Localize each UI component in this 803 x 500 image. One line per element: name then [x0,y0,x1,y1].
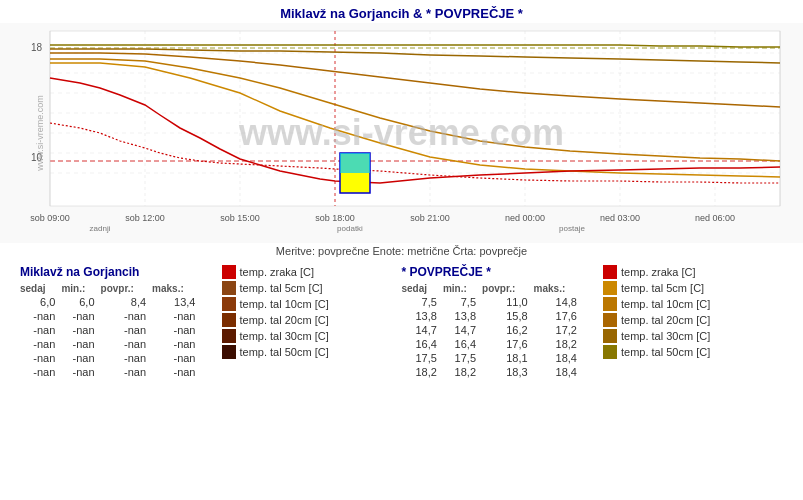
legend-color-box [603,313,617,327]
table-cell: 14,7 [443,323,482,337]
table-cell: 6,0 [61,295,100,309]
table-cell: -nan [101,323,153,337]
legend-label: temp. zraka [C] [621,266,696,278]
table-row: 16,416,417,618,2 [402,337,584,351]
chart-area: www.si-vreme.com 18 10 sob 09:00 sob 12:… [0,23,803,243]
svg-text:ned 00:00: ned 00:00 [505,213,545,223]
table-cell: -nan [61,351,100,365]
col-header-povpr-1: povpr.: [101,282,153,295]
table-cell: -nan [152,365,201,379]
legend-label: temp. tal 10cm [C] [621,298,710,310]
svg-rect-34 [340,153,370,173]
col-header-povpr-2: povpr.: [482,282,534,295]
table-cell: -nan [20,337,61,351]
table-cell: -nan [101,365,153,379]
table-cell: 16,4 [402,337,443,351]
table-cell: -nan [152,323,201,337]
legend-color-box [222,329,236,343]
table-cell: 18,4 [534,351,583,365]
data-block-1: Miklavž na Gorjancih sedaj min.: povpr.:… [20,265,202,379]
table-cell: 18,2 [443,365,482,379]
legend-color-box [603,345,617,359]
svg-text:18: 18 [31,42,43,53]
legend-label: temp. tal 50cm [C] [240,346,329,358]
table-cell: -nan [101,309,153,323]
legend-label: temp. zraka [C] [240,266,315,278]
table-cell: 18,3 [482,365,534,379]
block1-title: Miklavž na Gorjancih [20,265,202,279]
table-row: -nan-nan-nan-nan [20,365,202,379]
table-row: 18,218,218,318,4 [402,365,584,379]
svg-text:sob 12:00: sob 12:00 [125,213,165,223]
block2-title: * POVPREČJE * [402,265,584,279]
svg-text:sob 18:00: sob 18:00 [315,213,355,223]
legend-label: temp. tal 30cm [C] [240,330,329,342]
legend-item: temp. zraka [C] [222,265,402,279]
legend-label: temp. tal 10cm [C] [240,298,329,310]
table-cell: 17,5 [402,351,443,365]
legend-section-2: temp. zraka [C]temp. tal 5cm [C]temp. ta… [583,265,783,379]
table-cell: -nan [101,351,153,365]
legend-item: temp. tal 20cm [C] [222,313,402,327]
legend-color-box [603,297,617,311]
table-cell: 11,0 [482,295,534,309]
table-cell: 13,8 [443,309,482,323]
table-row: -nan-nan-nan-nan [20,337,202,351]
table-cell: 18,2 [534,337,583,351]
legend-section-1: temp. zraka [C]temp. tal 5cm [C]temp. ta… [202,265,402,379]
table-cell: -nan [20,365,61,379]
table-cell: -nan [152,309,201,323]
table-cell: 18,4 [534,365,583,379]
svg-text:zadnji: zadnji [90,224,111,233]
table-cell: -nan [61,323,100,337]
legend-item: temp. tal 30cm [C] [603,329,783,343]
table-row: -nan-nan-nan-nan [20,309,202,323]
col-header-maks-1: maks.: [152,282,201,295]
legend-label: temp. tal 5cm [C] [621,282,704,294]
table-row: 17,517,518,118,4 [402,351,584,365]
col-header-maks-2: maks.: [534,282,583,295]
legend-label: temp. tal 5cm [C] [240,282,323,294]
legend-color-box [603,329,617,343]
data-block-2: * POVPREČJE * sedaj min.: povpr.: maks.:… [402,265,584,379]
table-cell: -nan [152,351,201,365]
svg-text:podatki: podatki [337,224,363,233]
table-row: 13,813,815,817,6 [402,309,584,323]
svg-text:postaje: postaje [559,224,585,233]
table-cell: 14,8 [534,295,583,309]
table-cell: -nan [152,337,201,351]
col-header-sedaj-1: sedaj [20,282,61,295]
legend-color-box [222,297,236,311]
table-row: -nan-nan-nan-nan [20,351,202,365]
svg-text:ned 06:00: ned 06:00 [695,213,735,223]
legend-color-box [222,265,236,279]
legend-color-box [603,265,617,279]
table-cell: 13,4 [152,295,201,309]
table-cell: -nan [20,351,61,365]
col-header-sedaj-2: sedaj [402,282,443,295]
table-row: 6,06,08,413,4 [20,295,202,309]
legend-color-box [222,345,236,359]
table-cell: 17,5 [443,351,482,365]
legend-color-box [222,281,236,295]
svg-text:sob 09:00: sob 09:00 [30,213,70,223]
legend-color-box [222,313,236,327]
table-cell: 16,2 [482,323,534,337]
table-cell: 17,2 [534,323,583,337]
page-title: Miklavž na Gorjancih & * POVPREČJE * [0,0,803,23]
table-cell: 18,2 [402,365,443,379]
col-header-min-2: min.: [443,282,482,295]
data-table-2: sedaj min.: povpr.: maks.: 7,57,511,014,… [402,282,584,379]
legend-item: temp. tal 50cm [C] [222,345,402,359]
legend-label: temp. tal 20cm [C] [621,314,710,326]
table-cell: 7,5 [402,295,443,309]
legend-item: temp. tal 5cm [C] [603,281,783,295]
svg-text:sob 15:00: sob 15:00 [220,213,260,223]
table-cell: 15,8 [482,309,534,323]
table-row: 7,57,511,014,8 [402,295,584,309]
table-cell: -nan [61,365,100,379]
col-header-min-1: min.: [61,282,100,295]
table-cell: 17,6 [534,309,583,323]
table-cell: 13,8 [402,309,443,323]
legend-item: temp. tal 50cm [C] [603,345,783,359]
